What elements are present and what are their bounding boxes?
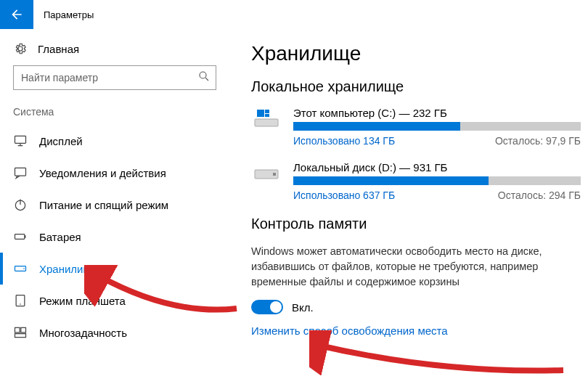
multitask-icon [13,325,28,340]
svg-point-13 [20,303,21,305]
drive-c[interactable]: Этот компьютер (C:) — 232 ГБ Использован… [251,107,581,147]
sidebar-item-label: Многозадачность [39,327,127,339]
svg-rect-22 [273,173,276,176]
usage-bar [293,122,581,131]
sidebar-item-label: Хранилище [39,263,98,275]
toggle-state-label: Вкл. [292,301,314,314]
svg-rect-16 [15,334,26,338]
search-box[interactable] [13,65,216,90]
sidebar-item-label: Режим планшета [39,295,126,307]
drive-free: Осталось: 97,9 ГБ [495,135,581,147]
battery-icon [13,229,28,244]
search-input[interactable] [13,65,216,90]
sidebar-item-multitask[interactable]: Многозадачность [13,317,216,348]
window-title: Параметры [33,9,94,20]
message-icon [13,166,28,180]
svg-rect-17 [255,119,278,126]
drive-d[interactable]: Локальный диск (D:) — 931 ГБ Использован… [251,161,581,201]
svg-rect-8 [15,234,25,240]
svg-rect-9 [25,235,26,237]
sidebar-item-tablet[interactable]: Режим планшета [13,285,216,317]
storage-sense-toggle[interactable] [251,300,283,314]
usage-bar [293,176,581,185]
drive-used-link[interactable]: Использовано 637 ГБ [293,189,395,201]
gear-icon [13,42,28,55]
sidebar-item-label: Питание и спящий режим [39,199,168,211]
annotation-arrow [309,330,571,381]
drive-free: Осталось: 294 ГБ [498,189,581,201]
svg-rect-20 [265,114,269,117]
svg-rect-2 [15,136,26,143]
sidebar-item-label: Дисплей [39,135,83,147]
svg-rect-18 [257,110,264,117]
svg-rect-15 [21,327,26,332]
drive-icon [13,261,28,276]
sidebar-section-title: Система [13,106,216,118]
change-cleanup-link[interactable]: Изменить способ освобождения места [251,324,581,337]
sidebar-item-label: Уведомления и действия [39,167,166,179]
sidebar-home-label: Главная [38,43,79,55]
svg-point-0 [200,72,206,78]
storage-sense-description: Windows может автоматически освободить м… [251,244,571,290]
window-header: Параметры [0,0,588,29]
sidebar-home[interactable]: Главная [13,38,216,65]
sidebar-item-label: Батарея [39,231,81,243]
storage-sense-heading: Контроль памяти [251,216,581,232]
svg-rect-19 [265,110,269,113]
usage-bar-fill [293,176,489,185]
windows-drive-icon [251,107,282,130]
back-button[interactable] [0,0,33,29]
arrow-left-icon [9,7,24,22]
svg-line-1 [205,78,208,81]
sidebar-item-battery[interactable]: Батарея [13,221,216,253]
local-storage-heading: Локальное хранилище [251,78,581,95]
svg-rect-5 [15,168,26,176]
svg-point-11 [23,268,25,269]
hdd-icon [251,161,282,184]
drive-name: Локальный диск (D:) — 931 ГБ [293,161,581,173]
sidebar-item-power[interactable]: Питание и спящий режим [13,189,216,221]
power-icon [13,197,28,212]
page-title: Хранилище [251,42,581,65]
tablet-icon [13,293,28,308]
monitor-icon [13,134,28,148]
sidebar-item-notifications[interactable]: Уведомления и действия [13,157,216,189]
sidebar-item-display[interactable]: Дисплей [13,125,216,157]
sidebar-item-storage[interactable]: Хранилище [13,253,216,285]
content: Хранилище Локальное хранилище Этот компь… [229,29,588,392]
drive-name: Этот компьютер (C:) — 232 ГБ [293,107,581,119]
svg-rect-14 [15,327,20,332]
search-icon [197,70,211,86]
drive-used-link[interactable]: Использовано 134 ГБ [293,135,395,147]
sidebar: Главная Система Дисплей Уведомления и де… [0,29,229,392]
usage-bar-fill [293,122,460,131]
toggle-knob [270,301,282,313]
